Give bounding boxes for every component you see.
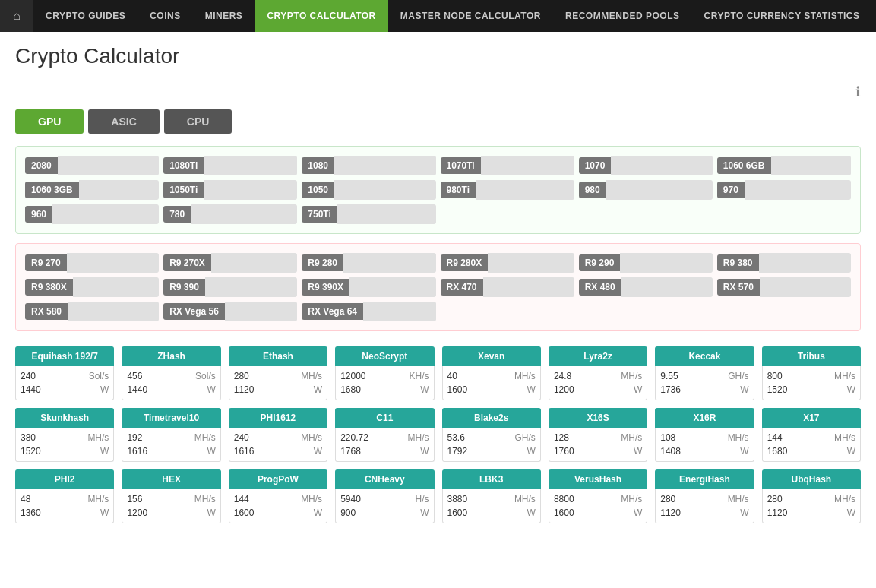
amd-gpu-card[interactable]: R9 390 xyxy=(163,277,297,297)
gpu-label[interactable]: 750Ti xyxy=(302,206,337,223)
gpu-label[interactable]: R9 280X xyxy=(441,254,489,271)
algo-name[interactable]: Equihash 192/7 xyxy=(15,346,114,366)
algo-name[interactable]: X17 xyxy=(762,408,861,428)
algo-name[interactable]: Ethash xyxy=(229,346,327,366)
gpu-label[interactable]: 960 xyxy=(25,206,52,223)
nvidia-gpu-card[interactable]: 1080Ti xyxy=(163,156,297,175)
algo-name[interactable]: VerusHash xyxy=(549,469,647,489)
nvidia-gpu-card[interactable]: 1060 6GB xyxy=(717,156,851,175)
algo-hashrate-row: 5940 H/s xyxy=(340,492,429,506)
gpu-label[interactable]: 1080Ti xyxy=(163,157,204,174)
gpu-label[interactable]: R9 270 xyxy=(25,254,67,271)
gpu-label[interactable]: RX 470 xyxy=(441,279,483,296)
nvidia-gpu-card[interactable]: 1070 xyxy=(579,156,713,175)
gpu-label[interactable]: 780 xyxy=(163,206,191,223)
nvidia-gpu-card[interactable]: 1060 3GB xyxy=(25,180,159,200)
nav-recommended-pools[interactable]: RECOMMENDED POOLS xyxy=(553,0,692,32)
amd-gpu-card[interactable]: R9 290 xyxy=(579,253,713,273)
gpu-label[interactable]: 980Ti xyxy=(441,182,476,198)
amd-gpu-card[interactable]: R9 380X xyxy=(25,277,159,297)
nvidia-gpu-card[interactable]: 1050 xyxy=(302,180,435,200)
gpu-label[interactable]: R9 380X xyxy=(25,279,73,296)
nav-coins[interactable]: COINS xyxy=(138,0,193,32)
algo-name[interactable]: X16R xyxy=(655,408,754,428)
gpu-label[interactable]: 1080 xyxy=(302,157,334,174)
gpu-label[interactable]: 1050 xyxy=(302,182,334,198)
gpu-label[interactable]: R9 280 xyxy=(302,254,343,271)
gpu-label[interactable]: R9 390 xyxy=(163,279,205,296)
amd-gpu-card[interactable]: R9 280 xyxy=(302,253,435,273)
amd-gpu-card[interactable]: RX 480 xyxy=(579,277,713,297)
algo-name[interactable]: Xevan xyxy=(442,346,541,366)
nvidia-gpu-card[interactable]: 1050Ti xyxy=(163,180,297,200)
gpu-label[interactable]: RX 570 xyxy=(717,279,760,296)
algo-name[interactable]: Blake2s xyxy=(442,408,541,428)
algo-name[interactable]: Keccak xyxy=(655,346,754,366)
gpu-bar xyxy=(52,204,159,224)
nvidia-gpu-card[interactable]: 980Ti xyxy=(441,180,574,200)
nvidia-gpu-card[interactable]: 1070Ti xyxy=(441,156,574,175)
gpu-label[interactable]: R9 380 xyxy=(717,254,759,271)
amd-gpu-card[interactable]: R9 270 xyxy=(25,253,159,273)
gpu-label[interactable]: 1070Ti xyxy=(441,157,481,174)
gpu-label[interactable]: 970 xyxy=(717,182,745,198)
nav-miners[interactable]: MINERS xyxy=(193,0,255,32)
algo-name[interactable]: Tribus xyxy=(762,346,861,366)
amd-gpu-card[interactable]: RX Vega 64 xyxy=(302,302,435,321)
gpu-label[interactable]: RX Vega 64 xyxy=(302,303,363,320)
gpu-label[interactable]: R9 390X xyxy=(302,279,349,296)
cpu-button[interactable]: CPU xyxy=(164,109,232,134)
amd-gpu-card[interactable]: R9 380 xyxy=(717,253,851,273)
algo-card: Blake2s 53.6 GH/s 1792 W xyxy=(442,408,541,462)
algo-name[interactable]: NeoScrypt xyxy=(335,346,434,366)
gpu-label[interactable]: 1070 xyxy=(579,157,612,174)
amd-gpu-card[interactable]: R9 270X xyxy=(163,253,297,273)
gpu-label[interactable]: 980 xyxy=(579,182,606,198)
gpu-label[interactable]: 1050Ti xyxy=(163,182,204,198)
gpu-label[interactable]: 2080 xyxy=(25,157,58,174)
algo-name[interactable]: HEX xyxy=(122,469,220,489)
gpu-label[interactable]: RX Vega 56 xyxy=(163,303,225,320)
nav-crypto-guides[interactable]: CRYPTO GUIDES xyxy=(33,0,138,32)
nav-master-node[interactable]: MASTER NODE CALCULATOR xyxy=(388,0,553,32)
algo-name[interactable]: PHI1612 xyxy=(229,408,327,428)
gpu-label[interactable]: R9 290 xyxy=(579,254,621,271)
gpu-label[interactable]: 1060 3GB xyxy=(25,182,79,198)
gpu-label[interactable]: RX 580 xyxy=(25,303,68,320)
amd-gpu-card[interactable]: RX 570 xyxy=(717,277,851,297)
algo-name[interactable]: Lyra2z xyxy=(549,346,647,366)
algo-name[interactable]: CNHeavy xyxy=(335,469,434,489)
nvidia-gpu-card[interactable]: 970 xyxy=(717,180,851,200)
algo-power-row: 1600 W xyxy=(447,383,536,397)
algo-name[interactable]: LBK3 xyxy=(442,469,541,489)
gpu-button[interactable]: GPU xyxy=(15,109,84,134)
gpu-label[interactable]: RX 480 xyxy=(579,279,621,296)
amd-gpu-card[interactable]: RX 580 xyxy=(25,302,159,321)
algo-name[interactable]: ZHash xyxy=(122,346,220,366)
amd-gpu-card[interactable]: R9 280X xyxy=(441,253,574,273)
algo-name[interactable]: Timetravel10 xyxy=(122,408,220,428)
amd-gpu-card[interactable]: RX 470 xyxy=(441,277,574,297)
algo-name[interactable]: EnergiHash xyxy=(655,469,754,489)
nvidia-gpu-card[interactable]: 2080 xyxy=(25,156,159,175)
algo-name[interactable]: Skunkhash xyxy=(15,408,114,428)
amd-gpu-card[interactable]: RX Vega 56 xyxy=(163,302,297,321)
home-button[interactable]: ⌂ xyxy=(0,0,33,32)
nvidia-gpu-card[interactable]: 780 xyxy=(163,204,297,224)
algo-name[interactable]: UbqHash xyxy=(762,469,861,489)
gpu-label[interactable]: 1060 6GB xyxy=(717,157,771,174)
asic-button[interactable]: ASIC xyxy=(88,109,159,134)
gpu-label[interactable]: R9 270X xyxy=(163,254,211,271)
info-icon[interactable]: ℹ xyxy=(855,84,861,100)
nvidia-gpu-card[interactable]: 980 xyxy=(579,180,713,200)
nvidia-gpu-card[interactable]: 960 xyxy=(25,204,159,224)
algo-name[interactable]: PHI2 xyxy=(15,469,114,489)
nvidia-gpu-card[interactable]: 750Ti xyxy=(302,204,435,224)
nvidia-gpu-card[interactable]: 1080 xyxy=(302,156,435,175)
algo-name[interactable]: ProgPoW xyxy=(229,469,327,489)
amd-gpu-card[interactable]: R9 390X xyxy=(302,277,435,297)
algo-name[interactable]: C11 xyxy=(335,408,434,428)
algo-name[interactable]: X16S xyxy=(549,408,647,428)
nav-currency-stats[interactable]: CRYPTO CURRENCY STATISTICS xyxy=(692,0,872,32)
nav-crypto-calculator[interactable]: CRYPTO CALCULATOR xyxy=(255,0,387,32)
